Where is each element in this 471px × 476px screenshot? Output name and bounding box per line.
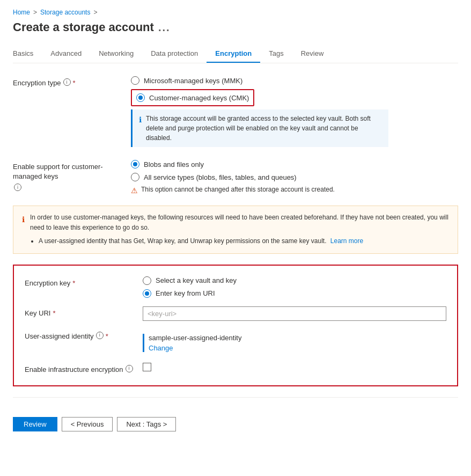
tab-tags[interactable]: Tags <box>260 45 292 63</box>
warning-box: ⚠ This option cannot be changed after th… <box>131 186 458 195</box>
radio-mmk-label: Microsoft-managed keys (MMK) <box>144 77 242 85</box>
review-button[interactable]: Review <box>13 417 57 431</box>
key-uri-input[interactable] <box>143 306 446 321</box>
infrastructure-encryption-info-icon[interactable]: i <box>126 365 133 372</box>
radio-all-services-circle <box>131 173 139 181</box>
radio-select-vault-circle <box>143 276 151 285</box>
encryption-key-section: Encryption key * Select a key vault and … <box>13 265 458 386</box>
radio-cmk[interactable]: Customer-managed keys (CMK) <box>136 93 249 102</box>
encryption-type-row: Encryption type i * Microsoft-managed ke… <box>13 76 458 151</box>
encryption-key-row: Encryption key * Select a key vault and … <box>25 276 446 298</box>
radio-select-vault[interactable]: Select a key vault and key <box>143 276 446 285</box>
footer-buttons: Review < Previous Next : Tags > <box>13 408 458 440</box>
previous-button[interactable]: < Previous <box>62 417 113 431</box>
tab-nav: Basics Advanced Networking Data protecti… <box>13 45 458 63</box>
radio-enter-uri-circle <box>143 289 151 298</box>
key-uri-controls <box>143 306 446 321</box>
customer-managed-keys-label: Enable support for customer-managed keys… <box>13 160 131 191</box>
radio-all-services-label: All service types (blobs, files, tables,… <box>144 173 297 181</box>
radio-blobs-files-circle <box>131 160 139 169</box>
notice-box: ℹ In order to use customer-managed keys,… <box>13 206 458 254</box>
cmk-info-text: This storage account will be granted acc… <box>146 114 382 143</box>
cmk-box: Customer-managed keys (CMK) <box>131 89 254 106</box>
radio-mmk[interactable]: Microsoft-managed keys (MMK) <box>131 76 458 85</box>
user-assigned-identity-controls: sample-user-assigned-identity Change <box>143 329 446 352</box>
notice-content: In order to use customer-managed keys, t… <box>30 213 449 247</box>
radio-select-vault-label: Select a key vault and key <box>156 276 237 284</box>
infrastructure-encryption-row: Enable infrastructure encryption i <box>25 363 446 375</box>
infrastructure-encryption-controls <box>143 363 446 371</box>
breadcrumb-sep2: > <box>93 9 97 16</box>
checkbox-box <box>143 363 151 371</box>
infrastructure-encryption-checkbox[interactable] <box>143 363 446 371</box>
radio-cmk-label: Customer-managed keys (CMK) <box>149 94 249 102</box>
key-uri-label: Key URI * <box>25 306 143 318</box>
page-title-dots: ... <box>158 21 171 34</box>
tab-encryption[interactable]: Encryption <box>207 45 260 63</box>
tab-basics[interactable]: Basics <box>13 45 42 63</box>
next-button[interactable]: Next : Tags > <box>117 417 176 431</box>
customer-managed-keys-row: Enable support for customer-managed keys… <box>13 160 458 195</box>
tab-review[interactable]: Review <box>292 45 333 63</box>
identity-display-container: sample-user-assigned-identity Change <box>143 334 446 352</box>
warning-icon: ⚠ <box>131 186 138 195</box>
breadcrumb-sep1: > <box>33 9 37 16</box>
encryption-type-info-icon[interactable]: i <box>63 78 71 86</box>
encryption-type-section: Encryption type i * Microsoft-managed ke… <box>13 76 458 195</box>
encryption-key-controls: Select a key vault and key Enter key fro… <box>143 276 446 298</box>
radio-cmk-circle <box>136 93 145 102</box>
customer-managed-keys-controls: Blobs and files only All service types (… <box>131 160 458 195</box>
tab-data-protection[interactable]: Data protection <box>142 45 207 63</box>
encryption-type-controls: Microsoft-managed keys (MMK) Customer-ma… <box>131 76 458 151</box>
warning-text: This option cannot be changed after this… <box>141 186 335 193</box>
page-title: Create a storage account <box>13 20 154 34</box>
user-assigned-identity-row: User-assigned identity i * sample-user-a… <box>25 329 446 352</box>
radio-blobs-files-label: Blobs and files only <box>144 160 204 169</box>
notice-icon: ℹ <box>22 214 25 247</box>
key-uri-row: Key URI * <box>25 306 446 321</box>
cmk-info-icon: ℹ <box>139 114 142 143</box>
user-assigned-identity-label: User-assigned identity i * <box>25 329 143 341</box>
footer-divider <box>13 397 458 398</box>
radio-enter-uri[interactable]: Enter key from URI <box>143 289 446 298</box>
infrastructure-encryption-label: Enable infrastructure encryption i <box>25 363 143 375</box>
notice-text: In order to use customer-managed keys, t… <box>30 214 448 231</box>
breadcrumb-storage-accounts[interactable]: Storage accounts <box>40 9 90 16</box>
page-title-container: Create a storage account ... <box>13 20 458 34</box>
tab-advanced[interactable]: Advanced <box>42 45 90 63</box>
radio-all-services[interactable]: All service types (blobs, files, tables,… <box>131 173 458 181</box>
radio-mmk-circle <box>131 76 139 85</box>
breadcrumb-home[interactable]: Home <box>13 9 30 16</box>
identity-change-link[interactable]: Change <box>149 344 173 352</box>
radio-blobs-files[interactable]: Blobs and files only <box>131 160 458 169</box>
encryption-type-label: Encryption type i * <box>13 76 131 88</box>
customer-managed-keys-info-icon[interactable]: i <box>14 184 21 191</box>
user-assigned-identity-info-icon[interactable]: i <box>96 332 104 339</box>
notice-bullet: A user-assigned identity that has Get, W… <box>39 236 449 246</box>
radio-enter-uri-label: Enter key from URI <box>156 289 215 297</box>
tab-networking[interactable]: Networking <box>90 45 142 63</box>
identity-value: sample-user-assigned-identity <box>149 334 446 342</box>
breadcrumb: Home > Storage accounts > <box>13 9 458 16</box>
learn-more-link[interactable]: Learn more <box>330 237 363 245</box>
encryption-key-label: Encryption key * <box>25 276 143 288</box>
cmk-info-box: ℹ This storage account will be granted a… <box>131 109 388 147</box>
